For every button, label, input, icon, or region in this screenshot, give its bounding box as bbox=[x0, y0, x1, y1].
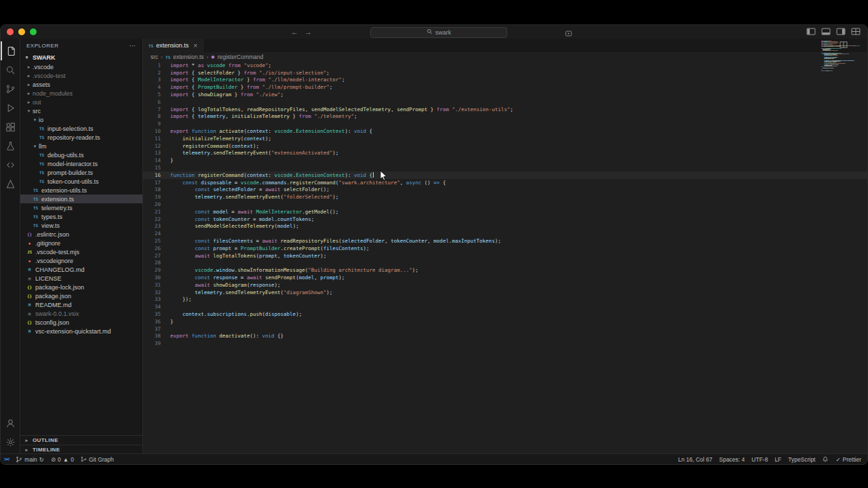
activity-run-and-debug-icon[interactable] bbox=[1, 98, 20, 117]
code-line-37[interactable]: 37 bbox=[143, 325, 867, 333]
code-line-27[interactable]: 27 await logTotalTokens(prompt, tokenCou… bbox=[143, 252, 867, 260]
code-line-25[interactable]: 25 const filesContents = await readRepos… bbox=[143, 237, 867, 245]
forward-button[interactable]: → bbox=[304, 28, 312, 36]
breadcrumb-src[interactable]: src bbox=[151, 54, 158, 60]
back-button[interactable]: ← bbox=[291, 28, 298, 36]
code-line-33[interactable]: 33 }); bbox=[143, 296, 867, 304]
activity-settings-icon[interactable] bbox=[1, 432, 20, 451]
tree-item-node_modules[interactable]: ▸node_modules bbox=[20, 89, 142, 98]
tree-item-package.json[interactable]: {}package.json bbox=[20, 291, 142, 300]
tree-item-.vscodeignore[interactable]: ◆.vscodeignore bbox=[20, 256, 142, 265]
notifications-bell[interactable] bbox=[818, 454, 832, 464]
toggle-sidebar-icon[interactable] bbox=[806, 26, 816, 38]
tree-item-types.ts[interactable]: TStypes.ts bbox=[20, 212, 142, 221]
activity-account-icon[interactable] bbox=[1, 413, 20, 432]
tree-item-input-selection.ts[interactable]: TSinput-selection.ts bbox=[20, 124, 142, 133]
code-line-17[interactable]: 17 const disposable = vscode.commands.re… bbox=[143, 179, 867, 186]
code-line-12[interactable]: 12 registerCommand(context); bbox=[143, 142, 867, 150]
tree-item-llm[interactable]: ▾llm bbox=[20, 142, 142, 150]
tree-item-debug-utils.ts[interactable]: TSdebug-utils.ts bbox=[20, 150, 142, 159]
code-line-4[interactable]: 4import { PromptBuilder } from "./llm/pr… bbox=[143, 83, 867, 91]
code-line-39[interactable]: 39 bbox=[143, 340, 867, 347]
code-line-22[interactable]: 22 const tokenCounter = model.countToken… bbox=[143, 216, 867, 223]
code-line-36[interactable]: 36} bbox=[143, 318, 867, 325]
timeline-section[interactable]: ▸ TIMELINE bbox=[20, 445, 142, 454]
code-line-35[interactable]: 35 context.subscriptions.push(disposable… bbox=[143, 310, 867, 318]
code-line-7[interactable]: 7import { logTotalTokens, readRepository… bbox=[143, 106, 867, 113]
activity-search-icon[interactable] bbox=[1, 60, 20, 79]
code-line-1[interactable]: 1import * as vscode from "vscode"; bbox=[143, 62, 867, 69]
activity-remote-icon[interactable] bbox=[1, 155, 20, 174]
toggle-panel-icon[interactable] bbox=[821, 26, 831, 38]
language-indicator[interactable]: TypeScript bbox=[785, 454, 818, 464]
tab-extension-ts[interactable]: TS extension.ts × bbox=[143, 39, 203, 52]
code-line-30[interactable]: 30 const response = await sendPrompt(mod… bbox=[143, 274, 867, 281]
activity-explorer-icon[interactable] bbox=[1, 41, 20, 60]
code-line-3[interactable]: 3import { ModelInteractor } from "./llm/… bbox=[143, 77, 867, 84]
tree-item-.vscode-test[interactable]: ▸.vscode-test bbox=[20, 71, 142, 80]
code-line-38[interactable]: 38export function deactivate(): void {} bbox=[143, 332, 867, 340]
outline-section[interactable]: ▸ OUTLINE bbox=[20, 435, 142, 445]
code-line-28[interactable]: 28 bbox=[143, 260, 867, 267]
code-line-20[interactable]: 20 bbox=[143, 201, 867, 208]
code-line-31[interactable]: 31 await showDiagram(response); bbox=[143, 281, 867, 289]
close-window-button[interactable] bbox=[7, 28, 14, 35]
tree-item-.eslintrc.json[interactable]: {}.eslintrc.json bbox=[20, 230, 142, 239]
activity-extensions-icon[interactable] bbox=[1, 117, 20, 136]
tree-item-.vscode[interactable]: ▸.vscode bbox=[20, 62, 142, 71]
breadcrumb-symbol[interactable]: registerCommand bbox=[218, 54, 264, 60]
activity-azure-icon[interactable] bbox=[1, 174, 20, 193]
code-line-15[interactable]: 15 bbox=[143, 164, 867, 171]
code-line-21[interactable]: 21 const model = await ModelInteractor.g… bbox=[143, 208, 867, 216]
close-tab-icon[interactable]: × bbox=[193, 42, 197, 49]
tree-item-.gitignore[interactable]: ◆.gitignore bbox=[20, 239, 142, 247]
tree-item-io[interactable]: ▾io bbox=[20, 115, 142, 124]
code-line-8[interactable]: 8import { telemetry, initializeTelemetry… bbox=[143, 113, 867, 121]
project-root[interactable]: ▾ SWARK bbox=[20, 53, 142, 62]
tree-item-src[interactable]: ▾src bbox=[20, 106, 142, 115]
minimap[interactable] bbox=[821, 41, 859, 72]
customize-layout-icon[interactable] bbox=[851, 26, 861, 38]
command-center-search[interactable]: swark bbox=[370, 27, 507, 38]
branch-indicator[interactable]: main ↻ bbox=[12, 454, 47, 464]
tree-item-package-lock.json[interactable]: {}package-lock.json bbox=[20, 283, 142, 291]
tree-item-extension-utils.ts[interactable]: TSextension-utils.ts bbox=[20, 186, 142, 195]
remote-indicator[interactable]: >< bbox=[1, 454, 12, 464]
tree-item-LICENSE[interactable]: ▤LICENSE bbox=[20, 274, 142, 283]
code-line-9[interactable]: 9 bbox=[143, 120, 867, 127]
code-line-10[interactable]: 10export function activate(context: vsco… bbox=[143, 127, 867, 135]
code-line-32[interactable]: 32 telemetry.sendTelemetryEvent("diagram… bbox=[143, 289, 867, 296]
encoding-indicator[interactable]: UTF-8 bbox=[748, 454, 771, 464]
tree-item-view.ts[interactable]: TSview.ts bbox=[20, 221, 142, 230]
tree-item-.vscode-test.mjs[interactable]: JS.vscode-test.mjs bbox=[20, 247, 142, 256]
tree-item-token-count-utils.ts[interactable]: TStoken-count-utils.ts bbox=[20, 177, 142, 186]
code-line-5[interactable]: 5import { showDiagram } from "./view"; bbox=[143, 91, 867, 98]
code-line-19[interactable]: 19 telemetry.sendTelemetryEvent("folderS… bbox=[143, 193, 867, 201]
prettier-indicator[interactable]: ✓ Prettier bbox=[832, 454, 865, 464]
code-line-13[interactable]: 13 telemetry.sendTelemetryEvent("extensi… bbox=[143, 150, 867, 157]
code-line-24[interactable]: 24 bbox=[143, 230, 867, 237]
code-line-16[interactable]: 16function registerCommand(context: vsco… bbox=[143, 171, 867, 179]
tree-item-telemetry.ts[interactable]: TStelemetry.ts bbox=[20, 203, 142, 212]
code-line-23[interactable]: 23 sendModelSelectedTelemetry(model); bbox=[143, 223, 867, 230]
tree-item-model-interactor.ts[interactable]: TSmodel-interactor.ts bbox=[20, 159, 142, 168]
tree-item-swark-0.0.1.vsix[interactable]: ▤swark-0.0.1.vsix bbox=[20, 309, 142, 318]
tree-item-repository-reader.ts[interactable]: TSrepository-reader.ts bbox=[20, 133, 142, 142]
tree-item-out[interactable]: ▸out bbox=[20, 98, 142, 106]
tree-item-tsconfig.json[interactable]: {}tsconfig.json bbox=[20, 318, 142, 327]
toggle-secondary-sidebar-icon[interactable] bbox=[836, 26, 846, 38]
code-line-11[interactable]: 11 initializeTelemetry(context); bbox=[143, 135, 867, 142]
code-line-6[interactable]: 6 bbox=[143, 98, 867, 106]
breadcrumb-file[interactable]: extension.ts bbox=[173, 54, 203, 60]
tree-item-README.md[interactable]: MREADME.md bbox=[20, 300, 142, 309]
indentation-indicator[interactable]: Spaces: 4 bbox=[715, 454, 748, 464]
tree-item-CHANGELOG.md[interactable]: MCHANGELOG.md bbox=[20, 265, 142, 274]
tree-item-assets[interactable]: ▸assets bbox=[20, 80, 142, 89]
eol-indicator[interactable]: LF bbox=[771, 454, 785, 464]
code-line-14[interactable]: 14} bbox=[143, 157, 867, 164]
explorer-actions-icon[interactable]: ⋯ bbox=[130, 42, 137, 49]
activity-testing-icon[interactable] bbox=[1, 136, 20, 155]
activity-source-control-icon[interactable] bbox=[1, 79, 20, 98]
git-graph-button[interactable]: Git Graph bbox=[77, 454, 117, 464]
code-editor[interactable]: 1import * as vscode from "vscode";2impor… bbox=[143, 62, 867, 454]
